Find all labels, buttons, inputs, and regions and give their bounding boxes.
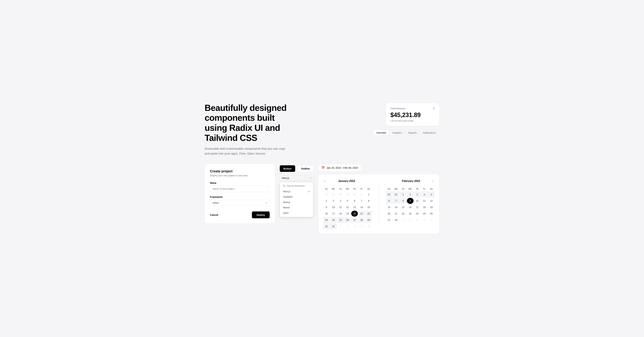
feb-day-26[interactable]: 26 xyxy=(428,210,435,216)
jan-day-2[interactable]: 2 xyxy=(323,198,330,204)
feb-day-17[interactable]: 17 xyxy=(414,204,420,210)
feb-day-5[interactable]: 5 xyxy=(428,192,435,198)
feb-day-15[interactable]: 15 xyxy=(400,204,406,210)
feb-day-3-next[interactable]: 3 xyxy=(414,217,420,223)
feb-day-11[interactable]: 11 xyxy=(421,198,428,204)
jan-day-29[interactable]: 29 xyxy=(365,217,372,223)
jan-day-27-prev[interactable]: 27 xyxy=(330,192,337,198)
jan-day-20-rangestart[interactable]: 20 xyxy=(351,210,358,216)
jan-day-26-prev[interactable]: 26 xyxy=(323,192,330,198)
jan-day-19[interactable]: 19 xyxy=(344,210,351,216)
dropdown-item-nuxtjs[interactable]: Nuxt.js xyxy=(281,200,312,205)
jan-day-4[interactable]: 4 xyxy=(337,198,344,204)
jan-day-31[interactable]: 31 xyxy=(330,223,337,229)
feb-day-6[interactable]: 6 xyxy=(386,198,392,204)
feb-day-30-prev[interactable]: 30 xyxy=(386,192,392,198)
feb-day-27[interactable]: 27 xyxy=(386,217,392,223)
feb-day-3[interactable]: 3 xyxy=(414,192,420,198)
jan-day-23[interactable]: 23 xyxy=(323,217,330,223)
feb-day-28[interactable]: 28 xyxy=(393,217,400,223)
feb-day-24[interactable]: 24 xyxy=(414,210,420,216)
dropdown-item-nextjs[interactable]: Next.js ✓ xyxy=(281,189,312,194)
jan-day-2-next[interactable]: 2 xyxy=(344,223,351,229)
feb-day-1[interactable]: 1 xyxy=(400,192,406,198)
jan-day-27[interactable]: 27 xyxy=(351,217,358,223)
next-month-button[interactable]: › xyxy=(431,179,435,183)
jan-day-16[interactable]: 16 xyxy=(323,210,330,216)
tab-reports[interactable]: Reports xyxy=(405,130,420,136)
jan-day-18[interactable]: 18 xyxy=(337,210,344,216)
jan-day-29-prev[interactable]: 29 xyxy=(344,192,351,198)
jan-day-10[interactable]: 10 xyxy=(330,204,337,210)
jan-day-28[interactable]: 28 xyxy=(358,217,365,223)
jan-day-7[interactable]: 7 xyxy=(358,198,365,204)
jan-day-9[interactable]: 9 xyxy=(323,204,330,210)
date-range-picker[interactable]: 📅 Jan 20, 2022 - Feb 09, 2022 xyxy=(318,164,361,172)
feb-day-31-prev[interactable]: 31 xyxy=(393,192,400,198)
jan-day-22[interactable]: 22 xyxy=(365,210,372,216)
jan-day-26[interactable]: 26 xyxy=(344,217,351,223)
jan-day-17[interactable]: 17 xyxy=(330,210,337,216)
tab-analytics[interactable]: Analytics xyxy=(390,130,405,136)
tab-notifications[interactable]: Notifications xyxy=(420,130,439,136)
feb-day-23[interactable]: 23 xyxy=(407,210,414,216)
dropdown-item-sveltekit[interactable]: SvelteKit xyxy=(281,194,312,200)
jan-day-3[interactable]: 3 xyxy=(330,198,337,204)
hero-subtitle: Accessible and customizable components t… xyxy=(204,146,288,156)
jan-day-30-prev[interactable]: 30 xyxy=(351,192,358,198)
jan-day-6[interactable]: 6 xyxy=(351,198,358,204)
feb-day-13[interactable]: 13 xyxy=(386,204,392,210)
jan-day-30[interactable]: 30 xyxy=(323,223,330,229)
tab-overview[interactable]: Overview xyxy=(373,130,389,136)
jan-day-25[interactable]: 25 xyxy=(337,217,344,223)
feb-day-18[interactable]: 18 xyxy=(421,204,428,210)
feb-day-9-rangeend[interactable]: 9 xyxy=(407,198,414,204)
jan-day-13[interactable]: 13 xyxy=(351,204,358,210)
jan-day-3-next[interactable]: 3 xyxy=(351,223,358,229)
jan-day-1[interactable]: 1 xyxy=(365,192,372,198)
feb-day-4[interactable]: 4 xyxy=(421,192,428,198)
feb-day-21[interactable]: 21 xyxy=(393,210,400,216)
feb-day-25[interactable]: 25 xyxy=(421,210,428,216)
jan-day-24[interactable]: 24 xyxy=(330,217,337,223)
feb-day-4-next[interactable]: 4 xyxy=(421,217,428,223)
jan-day-31-prev[interactable]: 31 xyxy=(358,192,365,198)
hero-section: Beautifully designed components built us… xyxy=(204,103,440,156)
feb-day-16[interactable]: 16 xyxy=(407,204,414,210)
cancel-button[interactable]: Cancel xyxy=(210,212,218,218)
feb-day-2[interactable]: 2 xyxy=(407,192,414,198)
jan-day-14[interactable]: 14 xyxy=(358,204,365,210)
jan-day-5-next[interactable]: 5 xyxy=(365,223,372,229)
feb-day-8[interactable]: 8 xyxy=(400,198,406,204)
jan-day-12[interactable]: 12 xyxy=(344,204,351,210)
jan-day-5[interactable]: 5 xyxy=(344,198,351,204)
feb-day-19[interactable]: 19 xyxy=(428,204,435,210)
feb-day-2-next[interactable]: 2 xyxy=(407,217,414,223)
deploy-button[interactable]: Deploy xyxy=(252,212,270,218)
jan-day-8[interactable]: 8 xyxy=(365,198,372,204)
jan-day-28-prev[interactable]: 28 xyxy=(337,192,344,198)
february-title: February 2022 xyxy=(402,180,420,182)
feb-day-7[interactable]: 7 xyxy=(393,198,400,204)
demo-outline-button[interactable]: Outline xyxy=(297,165,314,172)
jan-day-21[interactable]: 21 xyxy=(358,210,365,216)
dropdown-item-astro[interactable]: Astro xyxy=(281,210,312,216)
jan-day-4-next[interactable]: 4 xyxy=(358,223,365,229)
framework-search-input[interactable] xyxy=(287,184,315,187)
project-name-input[interactable] xyxy=(210,186,270,192)
feb-day-14[interactable]: 14 xyxy=(393,204,400,210)
dropdown-item-remix[interactable]: Remix xyxy=(281,205,312,210)
jan-day-15[interactable]: 15 xyxy=(365,204,372,210)
feb-day-1-next[interactable]: 1 xyxy=(400,217,406,223)
framework-dropdown-header[interactable]: Next.js ⇅ xyxy=(280,175,314,181)
feb-day-22[interactable]: 22 xyxy=(400,210,406,216)
feb-day-5-next[interactable]: 5 xyxy=(428,217,435,223)
demo-filled-button[interactable]: Button xyxy=(280,165,295,172)
feb-day-10[interactable]: 10 xyxy=(414,198,420,204)
framework-select[interactable]: Select Next.js SvelteKit Nuxt.js Remix A… xyxy=(210,200,270,206)
jan-day-1-next[interactable]: 1 xyxy=(337,223,344,229)
feb-day-20[interactable]: 20 xyxy=(386,210,392,216)
jan-day-11[interactable]: 11 xyxy=(337,204,344,210)
feb-day-12[interactable]: 12 xyxy=(428,198,435,204)
prev-month-button[interactable]: ‹ xyxy=(323,179,326,183)
